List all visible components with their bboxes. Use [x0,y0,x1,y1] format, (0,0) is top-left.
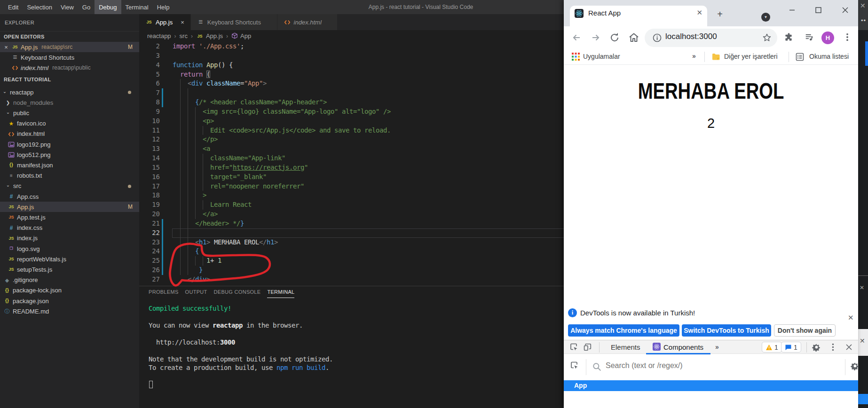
bookmark-other[interactable]: Diğer yer işaretleri [724,53,778,60]
terminal-line: To create a production build, use npm ru… [149,363,333,372]
components-search-input[interactable]: Search (text or /regex/) [606,361,683,370]
bookmark-apps[interactable]: Uygulamalar [583,53,620,60]
maximize-button[interactable] [808,0,829,20]
warnings-badge[interactable]: 1 [762,342,782,353]
dont-show-again-button[interactable]: Don't show again [774,324,836,337]
breadcrumb-app-js[interactable]: App.js [206,32,223,39]
back-icon[interactable] [570,31,584,45]
panel-tab-debug-console[interactable]: DEBUG CONSOLE [214,286,261,298]
tab-elements[interactable]: Elements [611,343,640,351]
menu-terminal[interactable]: Terminal [121,0,153,14]
menu-view[interactable]: View [56,0,78,14]
code-text: Learn React [173,200,252,210]
tab-close-icon[interactable]: × [181,19,184,26]
panel-tab-output[interactable]: OUTPUT [185,286,207,298]
profile-avatar[interactable]: H [821,31,834,44]
tree-item-app-test-js[interactable]: JSApp.test.js [0,212,139,222]
tree-item-reactapp[interactable]: ⌄reactapp [0,87,139,97]
editor-tab-keyboard-shortcuts[interactable]: ☰Keyboard Shortcuts [191,14,277,30]
tree-item-app-js[interactable]: JSApp.jsM [0,202,139,212]
bookmarks-overflow-icon[interactable]: » [692,52,696,60]
tree-item-package-json[interactable]: {}package.json [0,296,139,306]
tree-item-index-html[interactable]: index.html [0,129,139,139]
bookmark-reading-list[interactable]: Okuma listesi [809,53,849,60]
panel-tab-problems[interactable]: PROBLEMS [149,286,179,298]
tree-item-reportwebvitals-js[interactable]: JSreportWebVitals.js [0,254,139,264]
tree-item-label: README.md [13,308,49,315]
tree-item-favicon-ico[interactable]: ★favicon.ico [0,118,139,129]
open-editor-index-html[interactable]: index.htmlreactapp\public [0,63,139,73]
menu-edit[interactable]: Edit [4,0,23,14]
switch-turkish-button[interactable]: Switch DevTools to Turkish [682,324,771,337]
devtools-panel: i DevTools is now available in Turkish! … [564,304,858,408]
reload-icon[interactable] [608,31,622,45]
terminal-output[interactable]: Compiled successfully! You can now view … [149,304,333,372]
more-tabs-icon[interactable]: » [715,343,719,351]
tree-item-logo192-png[interactable]: logo192.png [0,139,139,149]
devtools-close-icon[interactable] [844,343,853,352]
tree-item-node-modules[interactable]: ❯node_modules [0,97,139,108]
devtools-settings-icon[interactable] [812,343,821,352]
devtools-menu-icon[interactable] [829,343,837,352]
menu-selection[interactable]: Selection [23,0,56,14]
chrome-menu-icon[interactable] [843,32,852,42]
reading-list-icon[interactable] [795,52,805,62]
tree-item-app-css[interactable]: #App.css [0,191,139,202]
forward-icon[interactable] [588,31,602,45]
minimize-button[interactable] [781,0,802,20]
extensions-icon[interactable] [784,32,793,42]
notification-close-icon[interactable]: ✕ [848,314,854,322]
editor-tab-app-js[interactable]: JSApp.js× [139,14,190,30]
other-bookmarks-icon[interactable] [711,52,720,62]
tree-item-logo-svg[interactable]: ❒logo.svg [0,243,139,254]
tree-item-package-lock-json[interactable]: {}package-lock.json [0,285,139,296]
line-number: 14 [139,154,160,163]
menu-debug[interactable]: Debug [95,0,121,14]
messages-badge[interactable]: 1 [781,342,801,353]
home-icon[interactable] [627,31,641,45]
device-toolbar-icon[interactable] [583,343,592,352]
tree-item-setuptests-js[interactable]: JSsetupTests.js [0,264,139,275]
new-tab-button[interactable]: + [715,10,725,19]
close-editor-icon[interactable]: × [2,44,10,51]
tab-search-button[interactable]: ▼ [761,13,770,22]
tree-item-index-js[interactable]: JSindex.js [0,233,139,243]
tab-components[interactable]: Components [663,343,703,351]
code-text: <p> [173,117,214,126]
open-editors-header[interactable]: OPEN EDITORS [0,31,139,41]
tree-item-src[interactable]: ⌄src [0,181,139,191]
browser-tab[interactable]: React App ✕ [570,6,707,26]
bookmark-star-icon[interactable] [762,33,772,42]
tree-item-index-css[interactable]: #index.css [0,223,139,233]
url-text[interactable]: localhost:3000 [665,32,717,41]
tree-item-robots-txt[interactable]: ≡robots.txt [0,171,139,181]
tree-item-public[interactable]: ⌄public [0,108,139,118]
tree-item-logo512-png[interactable]: logo512.png [0,149,139,160]
menu-go[interactable]: Go [78,0,95,14]
open-editor-keyboard-shortcuts[interactable]: ☰Keyboard Shortcuts [0,52,139,63]
line-number: 13 [139,144,160,154]
components-settings-icon[interactable] [851,361,860,370]
editor-tab-index-html[interactable]: index.html [277,14,338,30]
address-bar[interactable]: localhost:3000 [645,29,777,47]
site-info-icon[interactable] [653,33,662,42]
tree-item--gitignore[interactable]: ◆.gitignore [0,275,139,285]
panel-tab-terminal[interactable]: TERMINAL [267,286,294,298]
components-picker-icon[interactable] [570,361,579,370]
inspect-element-icon[interactable] [569,343,578,352]
breadcrumb-app[interactable]: App [240,32,251,39]
match-language-button[interactable]: Always match Chrome's language [568,324,679,337]
tab-close-icon[interactable]: ✕ [696,8,702,17]
menu-help[interactable]: Help [153,0,174,14]
breadcrumb-src[interactable]: src [180,32,188,39]
tree-item-readme-md[interactable]: ⓘREADME.md [0,306,139,316]
tree-item-manifest-json[interactable]: {}manifest.json [0,160,139,170]
folder-section-header[interactable]: REACT TUTORIAL [0,74,139,85]
component-tree-selected-row[interactable]: App [564,380,858,391]
background-dots-icon: •• [861,17,866,24]
apps-grid-icon[interactable] [572,53,580,61]
media-controls-icon[interactable] [805,32,814,42]
close-button[interactable] [835,0,855,20]
breadcrumb-reactapp[interactable]: reactapp [147,32,171,39]
open-editor-app-js[interactable]: ×JSApp.jsreactapp\srcM [0,42,139,52]
